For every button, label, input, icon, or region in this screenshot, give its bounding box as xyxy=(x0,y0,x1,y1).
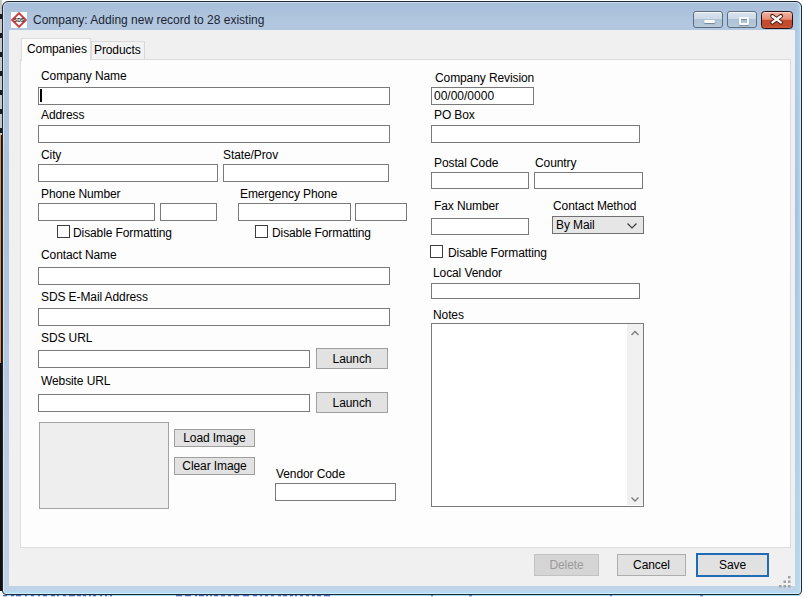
svg-text:SDS: SDS xyxy=(14,17,25,23)
